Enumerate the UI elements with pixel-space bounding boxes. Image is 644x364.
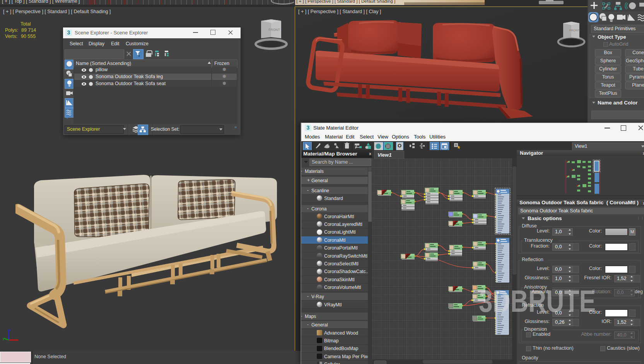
svg-text:z: z [9,328,11,332]
svg-text:y: y [3,337,5,340]
svg-text:FRONT: FRONT [268,28,280,32]
svg-text:FRONT: FRONT [569,29,579,32]
